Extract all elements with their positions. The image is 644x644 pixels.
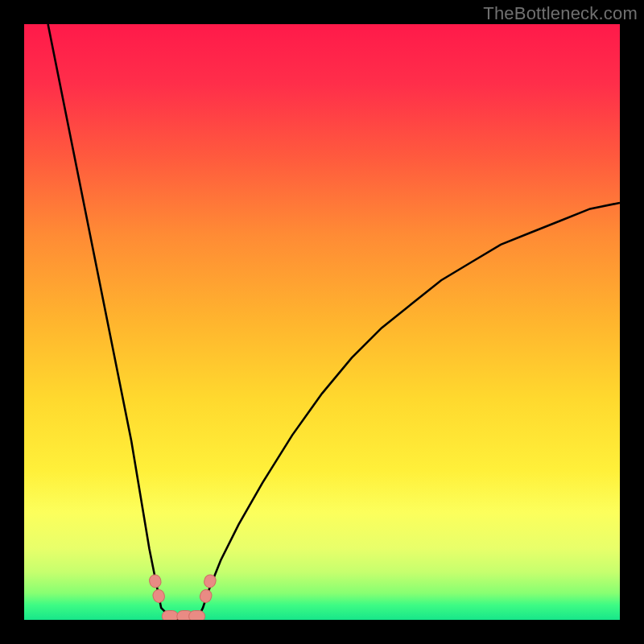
- outer-frame: TheBottleneck.com: [0, 0, 644, 644]
- svg-rect-2: [162, 611, 178, 620]
- marker-floor-c: [189, 611, 205, 620]
- gradient-background: [24, 24, 620, 620]
- svg-rect-4: [189, 611, 205, 620]
- plot-area: [24, 24, 620, 620]
- chart-svg: [24, 24, 620, 620]
- watermark-text: TheBottleneck.com: [483, 3, 638, 24]
- marker-floor-a: [162, 611, 178, 620]
